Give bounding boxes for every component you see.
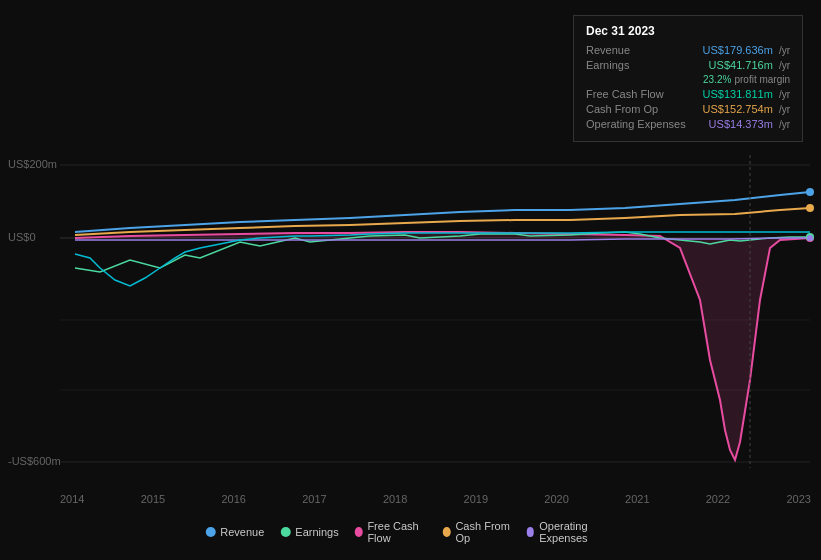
tooltip-label-revenue: Revenue bbox=[586, 44, 630, 56]
legend-item-revenue: Revenue bbox=[205, 526, 264, 538]
x-label-2018: 2018 bbox=[383, 493, 407, 505]
tooltip-profit-margin-label: profit margin bbox=[734, 74, 790, 85]
tooltip-row-fcf: Free Cash Flow US$131.811m /yr bbox=[586, 88, 790, 100]
x-label-2021: 2021 bbox=[625, 493, 649, 505]
tooltip-row-revenue: Revenue US$179.636m /yr bbox=[586, 44, 790, 56]
tooltip-label-earnings: Earnings bbox=[586, 59, 629, 71]
x-label-2016: 2016 bbox=[221, 493, 245, 505]
tooltip-value-fcf: US$131.811m bbox=[703, 88, 773, 100]
tooltip-suffix-fcf: /yr bbox=[779, 89, 790, 100]
svg-point-9 bbox=[806, 204, 814, 212]
tooltip-profit-margin-value: 23.2% bbox=[703, 74, 731, 85]
legend-label-revenue: Revenue bbox=[220, 526, 264, 538]
tooltip-suffix-cashfromop: /yr bbox=[779, 104, 790, 115]
tooltip-suffix-revenue: /yr bbox=[779, 45, 790, 56]
x-axis-labels: 2014 2015 2016 2017 2018 2019 2020 2021 … bbox=[60, 493, 811, 505]
x-label-2020: 2020 bbox=[544, 493, 568, 505]
tooltip-row-opex: Operating Expenses US$14.373m /yr bbox=[586, 118, 790, 130]
tooltip-suffix-earnings: /yr bbox=[779, 60, 790, 71]
tooltip-label-fcf: Free Cash Flow bbox=[586, 88, 664, 100]
x-label-2017: 2017 bbox=[302, 493, 326, 505]
legend-label-fcf: Free Cash Flow bbox=[367, 520, 426, 544]
tooltip-label-cashfromop: Cash From Op bbox=[586, 103, 658, 115]
tooltip-suffix-opex: /yr bbox=[779, 119, 790, 130]
tooltip-row-earnings: Earnings US$41.716m /yr bbox=[586, 59, 790, 71]
x-label-2023: 2023 bbox=[786, 493, 810, 505]
svg-point-12 bbox=[807, 235, 813, 241]
tooltip-value-cashfromop: US$152.754m bbox=[703, 103, 773, 115]
tooltip-row-cashfromop: Cash From Op US$152.754m /yr bbox=[586, 103, 790, 115]
legend-item-earnings: Earnings bbox=[280, 526, 338, 538]
legend-item-fcf: Free Cash Flow bbox=[355, 520, 427, 544]
legend-label-opex: Operating Expenses bbox=[539, 520, 616, 544]
x-label-2019: 2019 bbox=[464, 493, 488, 505]
tooltip-date: Dec 31 2023 bbox=[586, 24, 790, 38]
legend-label-cashfromop: Cash From Op bbox=[455, 520, 510, 544]
legend-dot-cashfromop bbox=[443, 527, 451, 537]
tooltip-value-revenue: US$179.636m bbox=[703, 44, 773, 56]
chart-legend: Revenue Earnings Free Cash Flow Cash Fro… bbox=[205, 520, 616, 544]
chart-container: US$200m US$0 -US$600m 2014 2015 2016 201… bbox=[0, 0, 821, 560]
tooltip-profit-margin-row: 23.2% profit margin bbox=[586, 74, 790, 85]
legend-dot-fcf bbox=[355, 527, 363, 537]
svg-point-8 bbox=[806, 188, 814, 196]
data-tooltip: Dec 31 2023 Revenue US$179.636m /yr Earn… bbox=[573, 15, 803, 142]
legend-dot-revenue bbox=[205, 527, 215, 537]
x-label-2015: 2015 bbox=[141, 493, 165, 505]
legend-item-cashfromop: Cash From Op bbox=[443, 520, 511, 544]
legend-label-earnings: Earnings bbox=[295, 526, 338, 538]
tooltip-label-opex: Operating Expenses bbox=[586, 118, 686, 130]
legend-item-opex: Operating Expenses bbox=[527, 520, 616, 544]
y-label-zero: US$0 bbox=[8, 231, 36, 243]
x-label-2022: 2022 bbox=[706, 493, 730, 505]
legend-dot-opex bbox=[527, 527, 535, 537]
y-label-top: US$200m bbox=[8, 158, 57, 170]
y-label-bottom: -US$600m bbox=[8, 455, 61, 467]
tooltip-value-earnings: US$41.716m bbox=[709, 59, 773, 71]
x-label-2014: 2014 bbox=[60, 493, 84, 505]
tooltip-value-opex: US$14.373m bbox=[709, 118, 773, 130]
legend-dot-earnings bbox=[280, 527, 290, 537]
